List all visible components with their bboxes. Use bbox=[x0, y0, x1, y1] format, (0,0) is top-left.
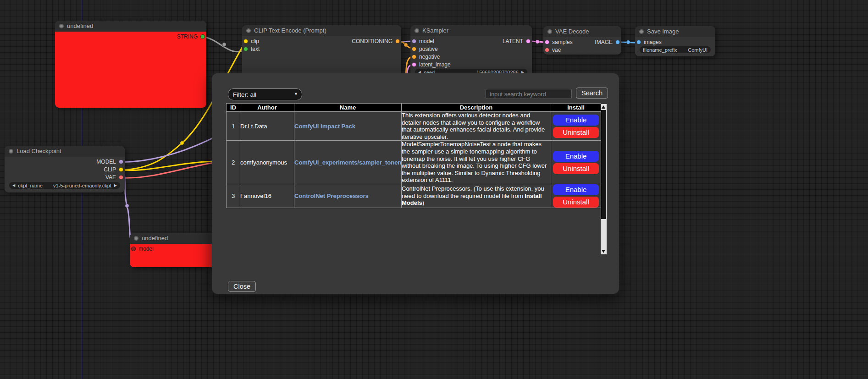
widget-increment-icon[interactable]: ▶ bbox=[114, 182, 117, 189]
column-header-id: ID bbox=[227, 104, 240, 112]
cell-author: Fannovel16 bbox=[240, 184, 294, 208]
input-slot-images[interactable]: images bbox=[635, 38, 715, 46]
enable-button[interactable]: Enable bbox=[553, 184, 599, 195]
node-collapse-dot-icon[interactable] bbox=[547, 29, 552, 34]
node-collapse-dot-icon[interactable] bbox=[9, 149, 13, 154]
node-undefined-top[interactable]: undefinedSTRING bbox=[55, 21, 206, 108]
node-collapse-dot-icon[interactable] bbox=[415, 28, 419, 33]
scrollbar-down-arrow-icon[interactable] bbox=[602, 250, 605, 253]
node-title: CLIP Text Encode (Prompt) bbox=[254, 27, 326, 34]
custom-nodes-manager-dialog: Filter: all ▼ Search IDAuthorNameDescrip… bbox=[212, 73, 619, 294]
extension-link[interactable]: ComfyUI_experiments/sampler_tonemap bbox=[294, 159, 402, 166]
slot-dot-icon[interactable] bbox=[200, 34, 205, 39]
cell-id: 1 bbox=[227, 112, 240, 141]
output-slot-conditioning[interactable]: CONDITIONING bbox=[242, 38, 401, 45]
output-slot-string[interactable]: STRING bbox=[55, 33, 206, 40]
node-title-bar[interactable]: VAE Decode bbox=[543, 26, 621, 37]
node-title-bar[interactable]: Save Image bbox=[635, 26, 715, 37]
extension-link[interactable]: ComfyUI Impact Pack bbox=[294, 123, 355, 130]
slot-dot-icon[interactable] bbox=[131, 247, 136, 251]
output-slot-latent[interactable]: LATENT bbox=[410, 38, 532, 45]
node-collapse-dot-icon[interactable] bbox=[59, 24, 64, 28]
column-header-author: Author bbox=[240, 104, 294, 112]
node-vae-decode[interactable]: VAE DecodesamplesvaeIMAGE bbox=[543, 26, 621, 55]
output-slot-model[interactable]: MODEL bbox=[5, 158, 125, 165]
cell-author: Dr.Lt.Data bbox=[240, 112, 294, 141]
slot-dot-icon[interactable] bbox=[636, 40, 641, 44]
close-button[interactable]: Close bbox=[228, 281, 256, 292]
cell-description: ModelSamplerTonemapNoiseTest a node that… bbox=[402, 141, 551, 184]
slot-dot-icon[interactable] bbox=[412, 62, 416, 67]
node-title: VAE Decode bbox=[555, 28, 589, 35]
extensions-table: IDAuthorNameDescriptionInstall 1Dr.Lt.Da… bbox=[226, 103, 601, 208]
output-slot-clip[interactable]: CLIP bbox=[5, 166, 125, 173]
enable-button[interactable]: Enable bbox=[553, 115, 599, 126]
widget-ckpt_name[interactable]: ◀ckpt_namev1-5-pruned-emaonly.ckpt▶ bbox=[9, 182, 120, 189]
extensions-table-container: IDAuthorNameDescriptionInstall 1Dr.Lt.Da… bbox=[226, 103, 607, 254]
widget-value: v1-5-pruned-emaonly.ckpt bbox=[53, 183, 111, 188]
install-button-stack: EnableUninstall bbox=[551, 184, 601, 208]
uninstall-button[interactable]: Uninstall bbox=[553, 163, 599, 174]
node-title-bar[interactable]: Load Checkpoint bbox=[5, 146, 125, 157]
slot-dot-icon[interactable] bbox=[545, 48, 549, 52]
slot-label: latent_image bbox=[419, 61, 451, 68]
column-header-install: Install bbox=[551, 104, 601, 112]
slot-dot-icon[interactable] bbox=[412, 47, 416, 51]
cell-description: This extension offers various detector n… bbox=[402, 112, 551, 141]
node-title: undefined bbox=[67, 22, 93, 29]
install-button-stack: EnableUninstall bbox=[551, 115, 601, 138]
slot-dot-icon[interactable] bbox=[243, 47, 248, 51]
output-slot-image[interactable]: IMAGE bbox=[543, 38, 621, 46]
slot-dot-icon[interactable] bbox=[526, 39, 531, 44]
widget-filename_prefix[interactable]: filename_prefixComfyUI bbox=[640, 46, 711, 53]
slot-dot-icon[interactable] bbox=[119, 175, 123, 180]
column-header-name: Name bbox=[294, 104, 402, 112]
slot-label: MODEL bbox=[96, 159, 116, 165]
uninstall-button[interactable]: Uninstall bbox=[553, 127, 599, 138]
cell-install: EnableUninstall bbox=[551, 184, 601, 208]
slot-dot-icon[interactable] bbox=[119, 159, 123, 164]
scrollbar-up-arrow-icon[interactable] bbox=[602, 105, 605, 109]
node-title-bar[interactable]: CLIP Text Encode (Prompt) bbox=[242, 25, 401, 36]
slot-label: VAE bbox=[105, 174, 116, 181]
uninstall-button[interactable]: Uninstall bbox=[553, 197, 599, 208]
output-slot-vae[interactable]: VAE bbox=[5, 174, 125, 181]
slot-dot-icon[interactable] bbox=[412, 55, 416, 59]
input-slot-negative[interactable]: negative bbox=[410, 53, 532, 60]
table-scrollbar[interactable] bbox=[601, 104, 607, 254]
input-slot-vae[interactable]: vae bbox=[543, 46, 621, 54]
search-button[interactable]: Search bbox=[576, 88, 608, 99]
node-title-bar[interactable]: undefined bbox=[55, 21, 206, 32]
slot-dot-icon[interactable] bbox=[395, 39, 400, 44]
slot-label: images bbox=[644, 39, 662, 45]
filter-select[interactable]: Filter: all bbox=[228, 88, 302, 100]
node-collapse-dot-icon[interactable] bbox=[246, 28, 251, 33]
widget-decrement-icon[interactable]: ◀ bbox=[12, 182, 15, 189]
widget-name: ckpt_name bbox=[18, 183, 43, 188]
slot-label: LATENT bbox=[503, 38, 523, 44]
slot-dot-icon[interactable] bbox=[119, 167, 123, 172]
node-save-image[interactable]: Save Imageimagesfilename_prefixComfyUI bbox=[635, 26, 715, 56]
table-header-row: IDAuthorNameDescriptionInstall bbox=[227, 104, 601, 112]
extension-link[interactable]: ControlNet Preprocessors bbox=[294, 192, 369, 199]
node-load-checkpoint[interactable]: Load CheckpointMODELCLIPVAE◀ckpt_namev1-… bbox=[5, 146, 125, 192]
extension-row: 1Dr.Lt.DataComfyUI Impact PackThis exten… bbox=[227, 112, 601, 141]
input-slot-text[interactable]: text bbox=[242, 45, 401, 53]
enable-button[interactable]: Enable bbox=[553, 151, 599, 162]
node-body bbox=[55, 32, 206, 108]
cell-install: EnableUninstall bbox=[551, 112, 601, 141]
slot-label: IMAGE bbox=[595, 39, 613, 45]
input-slot-latent_image[interactable]: latent_image bbox=[410, 61, 532, 68]
node-ksampler[interactable]: KSamplermodelpositivenegativelatent_imag… bbox=[410, 25, 532, 78]
slot-label: text bbox=[251, 46, 260, 52]
cell-name: ComfyUI_experiments/sampler_tonemap bbox=[294, 141, 402, 184]
scrollbar-thumb[interactable] bbox=[601, 110, 606, 219]
node-collapse-dot-icon[interactable] bbox=[639, 29, 644, 34]
node-title: Save Image bbox=[647, 28, 679, 35]
slot-dot-icon[interactable] bbox=[615, 40, 620, 44]
input-slot-positive[interactable]: positive bbox=[410, 45, 532, 53]
node-title-bar[interactable]: KSampler bbox=[410, 25, 532, 36]
node-collapse-dot-icon[interactable] bbox=[134, 236, 138, 241]
search-input[interactable] bbox=[486, 89, 572, 99]
install-button-stack: EnableUninstall bbox=[551, 151, 601, 174]
